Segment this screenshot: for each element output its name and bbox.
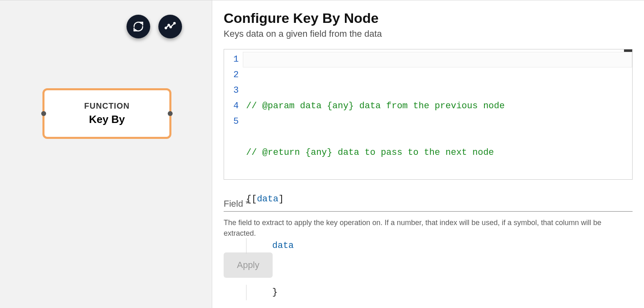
panel-title: Configure Key By Node [224, 10, 633, 26]
analytics-button[interactable] [158, 15, 182, 38]
node-title-label: Key By [89, 113, 125, 126]
analytics-icon [164, 21, 176, 32]
code-token: { [246, 192, 251, 207]
node-type-label: FUNCTION [84, 101, 129, 111]
indent-guide [246, 285, 259, 300]
svg-point-2 [170, 26, 171, 28]
panel-subtitle: Keys data on a given field from the data [224, 29, 633, 39]
code-token: data [257, 192, 278, 207]
code-token: [ [251, 192, 257, 207]
line-number: 2 [226, 67, 239, 83]
app-layout: FUNCTION Key By Configure Key By Node Ke… [0, 0, 644, 308]
code-gutter: 1 2 3 4 5 [224, 49, 243, 179]
svg-point-1 [168, 25, 170, 26]
code-token: // @return {any} data to pass to the nex… [246, 145, 494, 161]
canvas-toolbar [127, 15, 182, 38]
indent-guide [246, 238, 259, 254]
code-body[interactable]: // @param data {any} data from the previ… [243, 49, 632, 179]
line-number: 3 [226, 83, 239, 98]
code-token: } [272, 285, 278, 300]
code-editor[interactable]: 1 2 3 4 5 // @param data {any} data from… [224, 49, 633, 180]
svg-point-0 [165, 27, 167, 29]
active-line-highlight [243, 52, 632, 67]
line-number: 1 [226, 52, 239, 67]
node-output-port[interactable] [168, 111, 173, 116]
function-node[interactable]: FUNCTION Key By [42, 88, 171, 139]
svg-point-3 [174, 22, 175, 24]
canvas-panel: FUNCTION Key By [0, 0, 212, 308]
sync-button[interactable] [127, 15, 150, 38]
sync-icon [133, 21, 144, 32]
code-token: data [272, 238, 294, 254]
config-panel: Configure Key By Node Keys data on a giv… [212, 0, 644, 308]
line-number: 4 [226, 98, 239, 114]
code-token: ] [278, 192, 284, 207]
code-token: // @param data {any} data from the previ… [246, 98, 505, 114]
node-input-port[interactable] [41, 111, 46, 116]
line-number: 5 [226, 114, 239, 129]
